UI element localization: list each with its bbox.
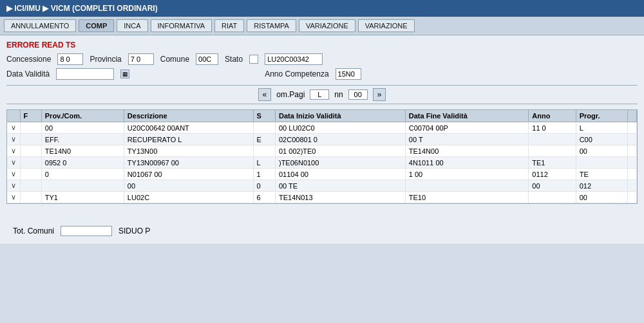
- table-cell-row3-col7: TE1: [529, 157, 576, 169]
- table-cell-row0-col7: 11 0: [529, 122, 576, 134]
- table-cell-row0-col3: U20C00642 00ANT: [124, 122, 253, 134]
- table-cell-row3-col0[interactable]: ∨: [7, 157, 20, 169]
- table-cell-row0-col2: 00: [41, 122, 124, 134]
- toolbar-btn-riat[interactable]: RIAT: [214, 19, 244, 32]
- table-cell-row5-col1: [20, 180, 41, 192]
- col-header-data-fine: Data Fine Validità: [405, 110, 529, 122]
- stato-label: Stato: [225, 55, 243, 64]
- table-cell-row1-col7: [529, 134, 576, 145]
- error-message: ERRORE READ TS: [6, 41, 638, 50]
- table-cell-row2-col6: TE14N00: [405, 145, 529, 157]
- table-cell-row6-col9: [628, 192, 637, 203]
- col-header-expand: [7, 110, 20, 122]
- table-cell-row6-col2: TY1: [41, 192, 124, 203]
- toolbar-btn-variazione1[interactable]: VARIAZIONE: [299, 19, 355, 32]
- toolbar-btn-annullamento[interactable]: ANNULLAMENTO: [4, 19, 76, 32]
- table-cell-row4-col5: 01104 00: [275, 169, 405, 180]
- table-cell-row6-col8: 00: [576, 192, 627, 203]
- table-header-row: F Prov./Com. Descrizione S Data Inizio V…: [7, 110, 637, 122]
- form-row-2: Data Validità ▦ Anno Competenza: [6, 68, 638, 80]
- table-cell-row2-col3: TY13N00: [124, 145, 253, 157]
- stato-id-input[interactable]: [265, 53, 323, 65]
- toolbar-btn-ristampa[interactable]: RISTAMPA: [247, 19, 296, 32]
- table-cell-row4-col7: 0112: [529, 169, 576, 180]
- data-table-wrapper: F Prov./Com. Descrizione S Data Inizio V…: [6, 109, 638, 204]
- toolbar-btn-informativa[interactable]: INFORMATIVA: [151, 19, 213, 32]
- table-cell-row4-col9: [628, 169, 637, 180]
- table-row: ∨TY1LU02C6TE14N013TE1000: [7, 192, 637, 203]
- table-cell-row4-col1: [20, 169, 41, 180]
- pagi-input[interactable]: [310, 89, 329, 100]
- table-cell-row1-col6: 00 T: [405, 134, 529, 145]
- table-cell-row5-col6: [405, 180, 529, 192]
- tot-comuni-value: [61, 226, 112, 236]
- data-table: F Prov./Com. Descrizione S Data Inizio V…: [7, 110, 637, 203]
- table-row: ∨EFF.RECUPERATO LE02C00801 000 TC00: [7, 134, 637, 145]
- toolbar-btn-comp[interactable]: COMP: [79, 19, 114, 32]
- provincia-input[interactable]: [128, 53, 154, 65]
- table-row: ∨0952 0TY13N00967 00L)TE06N01004N1011 00…: [7, 157, 637, 169]
- table-cell-row6-col3: LU02C: [124, 192, 253, 203]
- col-header-scroll: [628, 110, 637, 122]
- table-cell-row3-col6: 4N1011 00: [405, 157, 529, 169]
- table-cell-row4-col4: 1: [253, 169, 275, 180]
- table-cell-row4-col2: 0: [41, 169, 124, 180]
- table-row: ∨TE14N0TY13N0001 002)TE0TE14N0000: [7, 145, 637, 157]
- table-cell-row1-col9: [628, 134, 637, 145]
- table-cell-row6-col4: 6: [253, 192, 275, 203]
- table-cell-row2-col1: [20, 145, 41, 157]
- siduo-label: SIDUO P: [118, 226, 150, 235]
- form-row-1: Concessione Provincia Comune Stato: [6, 53, 638, 65]
- table-cell-row1-col2: EFF.: [41, 134, 124, 145]
- provincia-label: Provincia: [90, 55, 121, 64]
- title-bar: ▶ ICI/IMU ▶ VICM (COMPLETI ORDINARI): [0, 0, 644, 17]
- tot-comuni-label: Tot. Comuni: [13, 226, 54, 235]
- table-cell-row1-col5: 02C00801 0: [275, 134, 405, 145]
- table-cell-row6-col1: [20, 192, 41, 203]
- data-validita-input[interactable]: [56, 68, 114, 80]
- table-cell-row5-col3: 00: [124, 180, 253, 192]
- nn-label: nn: [334, 90, 343, 99]
- table-cell-row1-col0[interactable]: ∨: [7, 134, 20, 145]
- table-cell-row6-col7: [529, 192, 576, 203]
- col-header-f: F: [20, 110, 41, 122]
- calendar-icon[interactable]: ▦: [120, 69, 129, 78]
- col-header-s: S: [253, 110, 275, 122]
- toolbar-btn-variazione2[interactable]: VARIAZIONE: [358, 19, 415, 32]
- stato-checkbox[interactable]: [249, 55, 258, 64]
- table-cell-row0-col9: [628, 122, 637, 134]
- table-cell-row2-col9: [628, 145, 637, 157]
- table-cell-row4-col3: N01067 00: [124, 169, 253, 180]
- table-cell-row0-col5: 00 LU02C0: [275, 122, 405, 134]
- table-cell-row0-col0[interactable]: ∨: [7, 122, 20, 134]
- table-cell-row5-col7: 00: [529, 180, 576, 192]
- next-button[interactable]: »: [373, 88, 386, 101]
- prev-button[interactable]: «: [258, 88, 272, 101]
- nn-input[interactable]: [348, 89, 368, 100]
- table-cell-row5-col2: [41, 180, 124, 192]
- anno-competenza-label: Anno Competenza: [265, 69, 328, 78]
- table-cell-row6-col5: TE14N013: [275, 192, 405, 203]
- table-cell-row2-col2: TE14N0: [41, 145, 124, 157]
- table-cell-row5-col8: 012: [576, 180, 627, 192]
- table-cell-row4-col0[interactable]: ∨: [7, 169, 20, 180]
- table-cell-row3-col8: [576, 157, 627, 169]
- table-cell-row0-col8: L: [576, 122, 627, 134]
- table-cell-row3-col5: )TE06N0100: [275, 157, 405, 169]
- table-cell-row5-col0[interactable]: ∨: [7, 180, 20, 192]
- col-header-descrizione: Descrizione: [124, 110, 253, 122]
- concessione-input[interactable]: [57, 53, 83, 65]
- table-cell-row5-col9: [628, 180, 637, 192]
- om-label: om.Pagi: [276, 90, 305, 99]
- col-header-anno: Anno: [529, 110, 576, 122]
- table-cell-row2-col0[interactable]: ∨: [7, 145, 20, 157]
- anno-competenza-input[interactable]: [336, 68, 361, 80]
- footer-row: Tot. Comuni SIDUO P: [6, 223, 638, 239]
- comune-input[interactable]: [196, 53, 218, 65]
- table-cell-row2-col4: [253, 145, 275, 157]
- table-cell-row6-col0[interactable]: ∨: [7, 192, 20, 203]
- toolbar-btn-inca[interactable]: INCA: [117, 19, 147, 32]
- navigation-row: « om.Pagi nn »: [6, 85, 638, 104]
- content-area: ERRORE READ TS Concessione Provincia Com…: [0, 35, 644, 244]
- toolbar: ANNULLAMENTOCOMPINCAINFORMATIVARIATRISTA…: [0, 17, 644, 35]
